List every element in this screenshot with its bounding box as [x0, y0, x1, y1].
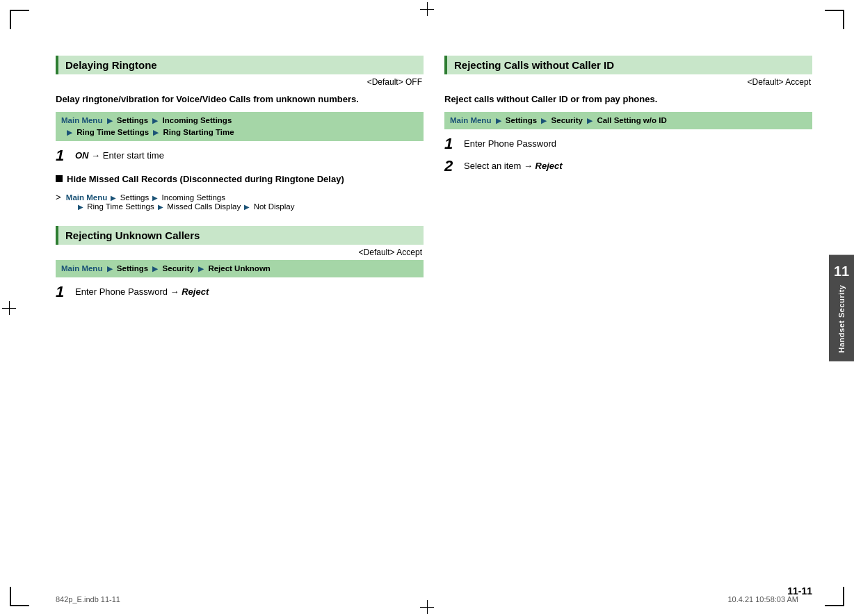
content-area: Delaying Ringtone <Default> OFF Delay ri…	[56, 56, 812, 574]
delaying-ringtone-description: Delay ringtone/vibration for Voice/Video…	[56, 90, 424, 112]
nav-main-menu-2: Main Menu	[61, 264, 102, 273]
nav-main-menu: Main Menu	[61, 116, 102, 124]
step-number-rc1: 1	[444, 135, 464, 153]
side-tab-number: 11	[834, 264, 849, 279]
step-content-ru1: Enter Phone Password → Reject	[75, 283, 209, 299]
step-number-rc2: 2	[444, 157, 464, 175]
rejecting-calls-default: <Default> Accept	[444, 74, 812, 90]
footer: 842p_E.indb 11-11 10.4.21 10:58:03 AM	[0, 595, 854, 603]
step-content-rc1: Enter Phone Password	[464, 135, 556, 151]
rejecting-calls-header: Rejecting Calls without Caller ID	[444, 56, 812, 74]
rejecting-calls-step1: 1 Enter Phone Password	[444, 135, 812, 153]
delaying-ringtone-step1: 1 ON → Enter start time	[56, 147, 424, 165]
side-tab-label: Handset Security	[837, 285, 846, 353]
delaying-ringtone-nav: Main Menu ▶ Settings ▶ Incoming Settings…	[56, 112, 424, 142]
rejecting-unknown-default: <Default> Accept	[56, 245, 424, 260]
step-content-1: ON → Enter start time	[75, 147, 164, 163]
bullet-text: Hide Missed Call Records (Disconnected d…	[67, 173, 344, 186]
bullet-square-icon	[56, 175, 63, 182]
left-column: Delaying Ringtone <Default> OFF Delay ri…	[56, 56, 424, 574]
side-tab: 11 Handset Security	[829, 255, 854, 362]
step-content-rc2: Select an item → Reject	[464, 157, 563, 173]
step-number-1: 1	[56, 147, 75, 165]
corner-mark-tr	[825, 10, 844, 29]
right-column: Rejecting Calls without Caller ID <Defau…	[444, 56, 812, 574]
rejecting-unknown-header: Rejecting Unknown Callers	[56, 226, 424, 245]
sub-nav-container: > Main Menu ▶ Settings ▶ Incoming Settin…	[56, 191, 424, 212]
step-number-ru1: 1	[56, 283, 75, 301]
crosshair-top	[420, 2, 434, 16]
nav-main-menu-rc: Main Menu	[450, 116, 491, 124]
delaying-ringtone-default: <Default> OFF	[56, 74, 424, 90]
rejecting-calls-nav: Main Menu ▶ Settings ▶ Security ▶ Call S…	[444, 112, 812, 129]
page-number: 11-11	[787, 585, 812, 597]
rejecting-unknown-step1: 1 Enter Phone Password → Reject	[56, 283, 424, 301]
page-container: 11 Handset Security Delaying Ringtone <D…	[0, 0, 854, 616]
rejecting-calls-step2: 2 Select an item → Reject	[444, 157, 812, 175]
crosshair-left	[2, 301, 16, 315]
delaying-ringtone-header: Delaying Ringtone	[56, 56, 424, 74]
rejecting-unknown-nav: Main Menu ▶ Settings ▶ Security ▶ Reject…	[56, 260, 424, 277]
corner-mark-tl	[10, 10, 29, 29]
rejecting-calls-description: Reject calls without Caller ID or from p…	[444, 90, 812, 112]
bullet-note: Hide Missed Call Records (Disconnected d…	[56, 173, 424, 186]
footer-file-info: 842p_E.indb 11-11	[56, 595, 120, 603]
